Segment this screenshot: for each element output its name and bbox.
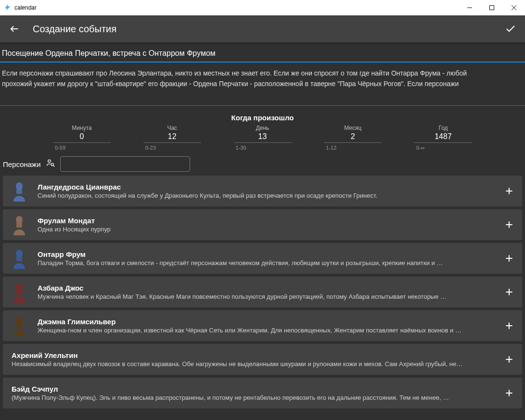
character-name: Бэйд Сэчпул xyxy=(12,385,502,393)
characters-list: Лангдедроса Цианврас Синий полудракон, с… xyxy=(0,176,525,408)
character-avatar xyxy=(9,248,30,269)
character-card[interactable]: Джэмна Глимсильвер Женщина-гном и член о… xyxy=(3,310,522,341)
person-search-icon xyxy=(46,158,55,170)
character-body: Азбара Джос Мужчина человек и Красный Ма… xyxy=(38,284,502,300)
character-card[interactable]: Онтарр Фрум Паладин Торма, бога отваги и… xyxy=(3,243,522,274)
app-bar: Создание события xyxy=(0,15,525,42)
character-name: Лангдедроса Цианврас xyxy=(38,183,502,191)
when-field-label: Месяц xyxy=(344,125,361,131)
character-description: Независимый владелец двух повозок в сост… xyxy=(12,359,502,368)
window-titlebar: calendar xyxy=(0,0,525,15)
character-description: Паладин Торма, бога отваги и смелости - … xyxy=(38,258,502,267)
character-card[interactable]: Фрулам Мондат Одна из Носящих пурпур xyxy=(3,209,522,240)
window-close-button[interactable] xyxy=(503,0,525,15)
when-field-input[interactable] xyxy=(234,131,292,143)
when-field-hint: 0-23 xyxy=(143,143,156,151)
svg-rect-8 xyxy=(16,189,22,194)
add-character-button[interactable] xyxy=(502,318,516,333)
svg-line-6 xyxy=(53,165,54,167)
characters-search-input[interactable] xyxy=(60,156,190,172)
characters-label: Персонажи xyxy=(3,160,41,168)
svg-rect-16 xyxy=(16,256,22,261)
character-body: Джэмна Глимсильвер Женщина-гном и член о… xyxy=(38,318,502,334)
add-character-button[interactable] xyxy=(502,285,516,299)
when-field-label: Минута xyxy=(72,125,91,131)
svg-rect-1 xyxy=(490,6,494,10)
character-card[interactable]: Лангдедроса Цианврас Синий полудракон, с… xyxy=(3,176,522,206)
add-character-button[interactable] xyxy=(502,251,516,266)
svg-point-4 xyxy=(48,160,50,162)
svg-rect-12 xyxy=(16,223,22,228)
when-field-hint: 0-59 xyxy=(53,143,65,151)
when-field-label: День xyxy=(256,125,269,131)
add-character-button[interactable] xyxy=(502,386,516,400)
when-field-hint: 1-30 xyxy=(234,143,246,151)
when-field: Месяц 1-12 xyxy=(324,125,382,151)
character-body: Онтарр Фрум Паладин Торма, бога отваги и… xyxy=(38,250,502,267)
character-card[interactable]: Бэйд Сэчпул (Мужчина Полу-Эльф Купец). Э… xyxy=(3,378,522,408)
when-field-input[interactable] xyxy=(143,131,201,143)
character-card[interactable]: Ахрений Улельтин Независимый владелец дв… xyxy=(3,344,522,375)
svg-point-15 xyxy=(16,250,23,257)
character-card[interactable]: Азбара Джос Мужчина человек и Красный Ма… xyxy=(3,277,522,307)
character-body: Фрулам Мондат Одна из Носящих пурпур xyxy=(38,216,502,233)
character-body: Лангдедроса Цианврас Синий полудракон, с… xyxy=(38,183,502,199)
character-avatar xyxy=(9,281,30,303)
when-row: Минута 0-59 Час 0-23 День 1-30 Месяц 1-1… xyxy=(0,125,525,153)
character-avatar xyxy=(9,214,30,235)
confirm-button[interactable] xyxy=(504,22,517,36)
window-title: calendar xyxy=(14,4,459,11)
character-name: Онтарр Фрум xyxy=(38,250,502,258)
app-logo-icon xyxy=(4,4,12,12)
add-character-button[interactable] xyxy=(502,217,516,232)
character-body: Ахрений Улельтин Независимый владелец дв… xyxy=(9,351,502,368)
character-avatar xyxy=(9,315,30,336)
svg-point-11 xyxy=(16,216,23,224)
window-minimize-button[interactable] xyxy=(459,0,481,15)
page-title: Создание события xyxy=(33,24,116,35)
character-name: Ахрений Улельтин xyxy=(12,351,502,359)
svg-point-5 xyxy=(51,163,53,165)
window-controls xyxy=(459,0,525,15)
character-description: Женщина-гном и член организации, известн… xyxy=(38,326,502,334)
when-field-label: Час xyxy=(167,125,177,131)
when-field-input[interactable] xyxy=(324,131,382,143)
svg-point-7 xyxy=(16,182,23,190)
when-field-input[interactable] xyxy=(414,131,472,143)
svg-rect-24 xyxy=(16,324,22,329)
event-title-input[interactable] xyxy=(0,42,525,63)
character-body: Бэйд Сэчпул (Мужчина Полу-Эльф Купец). Э… xyxy=(9,385,502,401)
character-description: Синий полудракон, состоящий на службе у … xyxy=(38,191,502,199)
when-section-label: Когда произошло xyxy=(0,108,525,125)
when-field-input[interactable] xyxy=(53,131,111,143)
when-field: Год 0-∞ xyxy=(414,125,472,151)
character-description: Одна из Носящих пурпур xyxy=(38,225,502,233)
svg-point-23 xyxy=(16,317,23,325)
character-description: Мужчина человек и Красный Маг Тэя. Красн… xyxy=(38,292,502,300)
when-field: Час 0-23 xyxy=(143,125,201,151)
character-name: Азбара Джос xyxy=(38,284,502,292)
svg-point-19 xyxy=(16,283,23,291)
when-field-hint: 0-∞ xyxy=(414,143,425,151)
characters-row: Персонажи xyxy=(0,153,525,176)
when-field-hint: 1-12 xyxy=(324,143,336,151)
add-character-button[interactable] xyxy=(502,184,516,198)
character-name: Фрулам Мондат xyxy=(38,216,502,225)
event-description-input[interactable] xyxy=(0,63,525,106)
character-avatar xyxy=(9,180,30,202)
when-field-label: Год xyxy=(438,125,448,131)
when-field: Минута 0-59 xyxy=(53,125,111,151)
character-name: Джэмна Глимсильвер xyxy=(38,318,502,326)
when-field: День 1-30 xyxy=(234,125,292,151)
svg-rect-20 xyxy=(16,290,22,295)
back-button[interactable] xyxy=(8,22,21,36)
window-maximize-button[interactable] xyxy=(481,0,503,15)
character-description: (Мужчина Полу-Эльф Купец). Эль и пиво ве… xyxy=(12,393,502,401)
add-character-button[interactable] xyxy=(502,352,516,367)
